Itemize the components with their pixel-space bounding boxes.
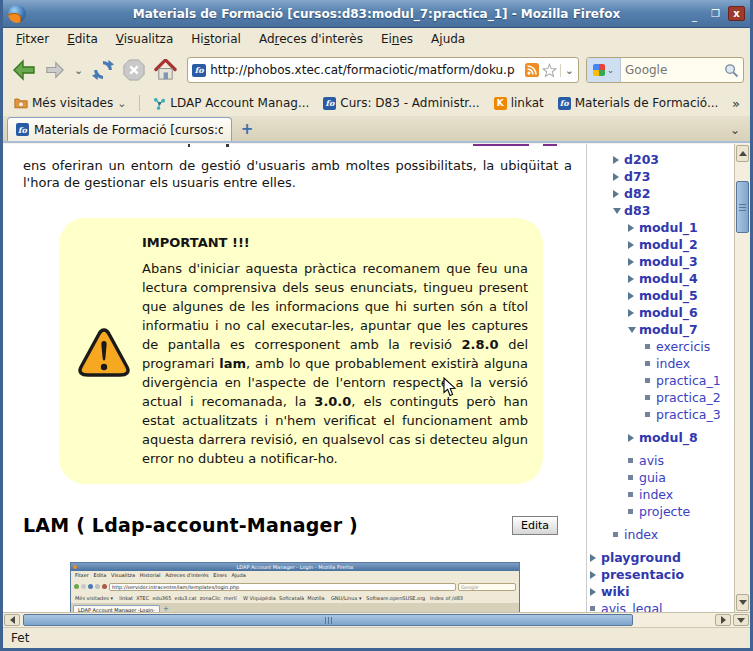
tree-glyph-icon[interactable] (628, 241, 639, 249)
tree-glyph-icon[interactable] (628, 492, 639, 497)
tree-item[interactable]: modul_7 (587, 322, 734, 337)
menu-item[interactable]: Historial (182, 30, 250, 48)
tree-item[interactable]: index (587, 356, 734, 371)
tree-item-label[interactable]: d82 (624, 186, 650, 201)
tree-item-label[interactable]: projecte (639, 504, 690, 519)
vertical-scrollbar[interactable] (734, 144, 750, 612)
url-bar[interactable]: fo http://phobos.xtec.cat/formaciotic/ma… (187, 57, 579, 83)
tree-glyph-icon[interactable] (613, 190, 624, 198)
list-all-tabs-button[interactable]: ⌄ (724, 123, 746, 137)
tree-glyph-icon[interactable] (645, 344, 656, 349)
vertical-scroll-thumb[interactable] (736, 181, 749, 233)
scroll-right-button[interactable] (715, 614, 731, 626)
back-button[interactable] (9, 55, 39, 85)
tree-item[interactable]: modul_2 (587, 237, 734, 252)
bookmark-curs-d83[interactable]: fo Curs: D83 - Administr... (318, 94, 484, 112)
bookmark-ldap[interactable]: LDAP Account Manag... (148, 94, 314, 112)
search-engine-button[interactable]: ⌄ (587, 58, 621, 82)
tree-glyph-icon[interactable] (645, 395, 656, 400)
tree-item-label[interactable]: modul_8 (639, 430, 698, 445)
tree-item-label[interactable]: index (624, 527, 658, 542)
bookmark-most-visited[interactable]: Més visitades ⌄ (9, 94, 131, 112)
tree-item[interactable]: modul_6 (587, 305, 734, 320)
menu-item[interactable]: Fitxer (7, 30, 58, 48)
tree-glyph-icon[interactable] (590, 588, 601, 596)
tree-item[interactable]: modul_3 (587, 254, 734, 269)
tree-item-label[interactable]: modul_3 (639, 254, 698, 269)
tree-glyph-icon[interactable] (645, 378, 656, 383)
rss-icon[interactable] (525, 63, 539, 77)
tree-item-label[interactable]: playground (601, 550, 681, 565)
tree-item-label[interactable]: practica_3 (656, 407, 721, 422)
tree-item-label[interactable]: avis (639, 453, 664, 468)
tree-item-label[interactable]: practica_2 (656, 390, 721, 405)
tree-glyph-icon[interactable] (613, 173, 624, 181)
search-input[interactable] (621, 63, 724, 77)
menu-item[interactable]: Ajuda (422, 30, 474, 48)
tree-item[interactable]: wiki (587, 584, 734, 599)
reload-button[interactable] (89, 55, 117, 85)
tree-item[interactable]: d203 (587, 152, 734, 167)
tree-item-label[interactable]: index (639, 487, 673, 502)
vertical-scroll-track[interactable] (735, 163, 750, 593)
home-button[interactable] (151, 55, 180, 85)
minimize-button[interactable]: _ (686, 6, 703, 21)
bookmarks-overflow-button[interactable]: » (728, 96, 744, 111)
tree-glyph-icon[interactable] (590, 571, 601, 579)
bookmark-materials[interactable]: fo Materials de Formació... (553, 94, 724, 112)
tree-glyph-icon[interactable] (613, 532, 624, 537)
url-text[interactable]: http://phobos.xtec.cat/formaciotic/matfo… (206, 63, 525, 77)
tree-item-label[interactable]: modul_1 (639, 220, 698, 235)
tree-item[interactable]: d82 (587, 186, 734, 201)
tree-item[interactable]: exercicis (587, 339, 734, 354)
tree-item-label[interactable]: modul_5 (639, 288, 698, 303)
edit-button[interactable]: Edita (512, 516, 558, 535)
tree-item[interactable]: practica_3 (587, 407, 734, 422)
tree-item-label[interactable]: modul_4 (639, 271, 698, 286)
scroll-up-button[interactable] (736, 145, 749, 162)
tree-item[interactable]: index (587, 487, 734, 502)
tree-item[interactable]: practica_1 (587, 373, 734, 388)
tree-glyph-icon[interactable] (590, 554, 601, 562)
history-dropdown[interactable]: ⌄ (71, 55, 86, 85)
tree-glyph-icon[interactable] (628, 475, 639, 480)
tree-glyph-icon[interactable] (628, 509, 639, 514)
tree-glyph-icon[interactable] (645, 361, 656, 366)
tree-glyph-icon[interactable] (628, 309, 639, 317)
tree-item-label[interactable]: d73 (624, 169, 650, 184)
tree-glyph-icon[interactable] (628, 258, 639, 266)
tree-item-label[interactable]: d83 (624, 203, 650, 218)
tree-item[interactable]: modul_4 (587, 271, 734, 286)
tree-glyph-icon[interactable] (628, 292, 639, 300)
horizontal-scroll-thumb[interactable] (23, 614, 633, 626)
urlbar-dropdown[interactable]: ⌄ (560, 64, 574, 77)
tree-glyph-icon[interactable] (628, 327, 639, 333)
tree-item-label[interactable]: exercicis (656, 339, 710, 354)
menu-item[interactable]: Adreces d'interès (250, 30, 372, 48)
tree-item-label[interactable]: guia (639, 470, 666, 485)
tree-item[interactable]: avis (587, 453, 734, 468)
tree-glyph-icon[interactable] (590, 606, 601, 611)
search-box[interactable]: ⌄ (586, 57, 744, 83)
tree-item[interactable]: presentacio (587, 567, 734, 582)
tree-item-label[interactable]: wiki (601, 584, 629, 599)
tree-glyph-icon[interactable] (628, 275, 639, 283)
tree-item[interactable]: d73 (587, 169, 734, 184)
scroll-down-button[interactable] (736, 594, 749, 611)
new-tab-button[interactable]: + (236, 119, 258, 139)
tree-item-label[interactable]: index (656, 356, 690, 371)
menu-item[interactable]: Visualitza (107, 30, 183, 48)
tree-item-label[interactable]: avis_legal (601, 601, 663, 612)
tree-item-label[interactable]: practica_1 (656, 373, 721, 388)
tree-glyph-icon[interactable] (628, 458, 639, 463)
tree-item[interactable]: guia (587, 470, 734, 485)
tree-item[interactable]: modul_8 (587, 430, 734, 445)
tree-glyph-icon[interactable] (613, 156, 624, 164)
tab-materials[interactable]: fo Materials de Formació [cursos:d83:... (7, 117, 232, 141)
tree-item[interactable]: practica_2 (587, 390, 734, 405)
tree-glyph-icon[interactable] (645, 412, 656, 417)
tree-item-label[interactable]: modul_2 (639, 237, 698, 252)
forward-button[interactable] (42, 55, 68, 85)
menu-item[interactable]: Eines (372, 30, 422, 48)
stop-button[interactable] (120, 55, 148, 85)
